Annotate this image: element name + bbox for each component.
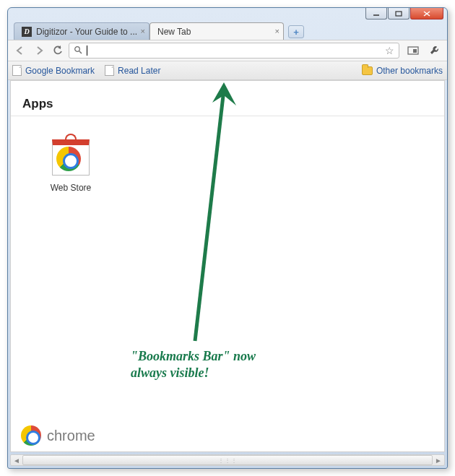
scroll-right-arrow-icon[interactable]: ► (433, 455, 444, 465)
chrome-logo-icon (21, 425, 41, 446)
scrollbar-thumb[interactable]: ⋮⋮⋮ (22, 455, 433, 465)
chrome-brand: chrome (21, 425, 95, 446)
tab-background[interactable]: D Digitizor - Your Guide to ... × (14, 22, 150, 40)
bookmark-item[interactable]: Read Later (105, 65, 160, 76)
tab-close-icon[interactable]: × (141, 27, 145, 35)
forward-button[interactable] (31, 43, 47, 59)
window-maximize-button[interactable] (388, 8, 410, 20)
svg-rect-7 (413, 49, 417, 53)
tab-label: New Tab (157, 27, 191, 37)
toolbar: ☆ (8, 40, 447, 61)
app-tile-webstore[interactable]: Web Store (31, 129, 110, 193)
content-area: Apps Web Store "Bookmarks Bar" now alway… (10, 80, 445, 452)
tab-active[interactable]: New Tab × (150, 22, 284, 40)
bookmarks-bar: Google Bookmark Read Later Other bookmar… (8, 61, 447, 80)
browser-window: D Digitizor - Your Guide to ... × New Ta… (7, 7, 448, 469)
bookmark-label: Read Later (118, 66, 160, 76)
webstore-icon (48, 129, 94, 176)
bookmark-star-icon[interactable]: ☆ (385, 45, 394, 56)
app-label: Web Store (31, 183, 110, 193)
folder-icon (362, 66, 373, 75)
tab-strip: D Digitizor - Your Guide to ... × New Ta… (8, 21, 447, 40)
annotation-text: "Bookmarks Bar" now always visible! (131, 348, 256, 382)
svg-rect-1 (396, 12, 402, 16)
tab-label: Digitizor - Your Guide to ... (36, 27, 137, 37)
favicon-digitizor-icon: D (22, 27, 32, 37)
apps-heading: Apps (11, 81, 444, 116)
other-bookmarks-button[interactable]: Other bookmarks (362, 66, 443, 76)
text-caret (87, 46, 87, 56)
tab-close-icon[interactable]: × (275, 27, 280, 35)
page-actions-button[interactable] (405, 43, 421, 59)
horizontal-scrollbar[interactable]: ◄ ⋮⋮⋮ ► (10, 454, 445, 466)
brand-label: chrome (47, 428, 95, 444)
wrench-menu-button[interactable] (427, 43, 443, 59)
svg-line-5 (79, 51, 82, 53)
reload-button[interactable] (50, 43, 66, 59)
page-icon (105, 65, 114, 76)
bookmark-label: Google Bookmark (25, 66, 95, 76)
scroll-left-arrow-icon[interactable]: ◄ (11, 455, 22, 465)
window-close-button[interactable] (410, 8, 443, 20)
other-bookmarks-label: Other bookmarks (376, 66, 443, 76)
page-icon (12, 65, 22, 76)
back-button[interactable] (12, 43, 28, 59)
annotation-arrow-icon (11, 81, 444, 370)
address-bar[interactable]: ☆ (69, 43, 399, 59)
window-titlebar (8, 8, 447, 21)
window-minimize-button[interactable] (365, 8, 387, 20)
scrollbar-track[interactable]: ⋮⋮⋮ (22, 455, 433, 465)
new-tab-button[interactable]: + (288, 25, 304, 38)
bookmark-item[interactable]: Google Bookmark (12, 65, 95, 76)
